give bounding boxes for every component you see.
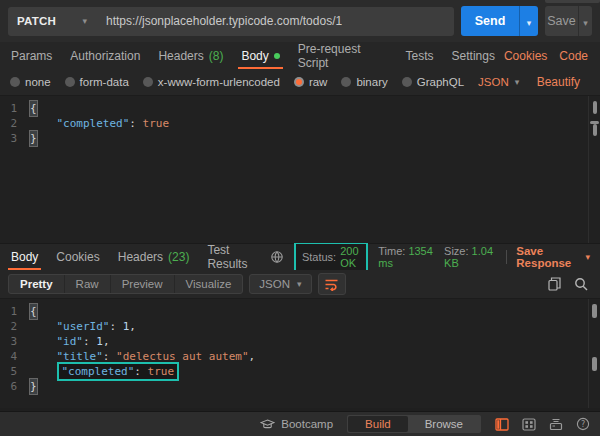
code-token: : bbox=[134, 365, 147, 378]
tab-authorization[interactable]: Authorization bbox=[61, 42, 149, 69]
tab-tests[interactable]: Tests bbox=[397, 42, 443, 69]
tab-label: Pre-request Script bbox=[298, 42, 388, 70]
view-preview[interactable]: Preview bbox=[111, 275, 175, 293]
response-tab-cookies[interactable]: Cookies bbox=[47, 244, 108, 270]
two-pane-layout-icon[interactable] bbox=[495, 418, 509, 431]
response-toolbar: Pretty Raw Preview Visualize JSON▾ bbox=[0, 270, 600, 298]
headers-count-badge: (23) bbox=[168, 250, 189, 264]
radio-graphql[interactable]: GraphQL bbox=[402, 76, 464, 88]
request-code: 1{ 2 "completed": true 3} bbox=[0, 96, 600, 146]
code-line: 3} bbox=[0, 131, 600, 146]
tab-body[interactable]: Body bbox=[232, 42, 288, 69]
cookies-link[interactable]: Cookies bbox=[504, 49, 547, 63]
tab-label: Cookies bbox=[56, 250, 99, 264]
radio-label: GraphQL bbox=[417, 76, 464, 88]
network-icon[interactable] bbox=[270, 250, 284, 264]
view-pretty[interactable]: Pretty bbox=[9, 275, 65, 293]
console-icon[interactable] bbox=[549, 418, 563, 431]
tab-settings[interactable]: Settings bbox=[443, 42, 504, 69]
editor-scrollbar[interactable] bbox=[588, 299, 600, 408]
code-token: "completed" bbox=[62, 365, 135, 378]
format-label: JSON bbox=[478, 76, 509, 88]
view-mode-segmented-control: Pretty Raw Preview Visualize bbox=[8, 274, 243, 294]
completed-highlight-box: "completed": true bbox=[57, 362, 180, 381]
divider bbox=[506, 250, 507, 264]
editor-scrollbar[interactable] bbox=[588, 96, 600, 243]
status-label: Status: bbox=[302, 251, 336, 263]
line-number: 4 bbox=[0, 349, 30, 364]
radio-binary[interactable]: binary bbox=[341, 76, 387, 88]
radio-x-www-form-urlencoded[interactable]: x-www-form-urlencoded bbox=[143, 76, 280, 88]
time-meta: Time: 1354 ms bbox=[378, 245, 434, 269]
scrollbar-thumb[interactable] bbox=[592, 304, 597, 318]
save-button[interactable]: Save bbox=[545, 6, 578, 36]
radio-circle-icon bbox=[65, 77, 75, 87]
save-response-button[interactable]: Save Response▾ bbox=[516, 245, 590, 269]
radio-circle-icon bbox=[10, 77, 20, 87]
tab-pre-request-script[interactable]: Pre-request Script bbox=[289, 42, 397, 69]
code-token: } bbox=[30, 131, 37, 146]
browse-toggle-button[interactable]: Browse bbox=[408, 416, 480, 432]
grid-view-icon[interactable] bbox=[522, 418, 536, 431]
radio-label: x-www-form-urlencoded bbox=[158, 76, 280, 88]
radio-raw[interactable]: raw bbox=[294, 76, 328, 88]
tab-label: Tests bbox=[406, 49, 434, 63]
build-toggle-button[interactable]: Build bbox=[348, 416, 408, 432]
send-button-group: Send ▾ bbox=[461, 6, 538, 36]
tab-params[interactable]: Params bbox=[2, 42, 61, 69]
copy-icon[interactable] bbox=[548, 277, 561, 291]
body-format-dropdown[interactable]: JSON▾ bbox=[478, 76, 519, 88]
status-value: 200 OK bbox=[340, 245, 360, 269]
code-token: true bbox=[148, 365, 175, 378]
response-tab-headers[interactable]: Headers(23) bbox=[109, 244, 199, 270]
radio-selected-icon bbox=[294, 77, 304, 87]
build-browse-toggle: Build Browse bbox=[347, 415, 481, 433]
code-token: "id" bbox=[57, 334, 84, 349]
line-number: 5 bbox=[0, 364, 30, 379]
code-token: , bbox=[249, 349, 256, 364]
code-token: true bbox=[143, 116, 170, 131]
request-body-editor[interactable]: 1{ 2 "completed": true 3} bbox=[0, 95, 600, 243]
response-body-editor[interactable]: 1{ 2 "userId": 1, 3 "id": 1, 4 "title": … bbox=[0, 298, 600, 408]
code-line: 2 "userId": 1, bbox=[0, 319, 600, 334]
code-token: : bbox=[83, 334, 96, 349]
method-select[interactable]: PATCH ▾ bbox=[8, 15, 96, 27]
radio-form-data[interactable]: form-data bbox=[65, 76, 129, 88]
line-number: 3 bbox=[0, 131, 30, 146]
send-button[interactable]: Send bbox=[461, 6, 519, 36]
url-input[interactable]: https://jsonplaceholder.typicode.com/tod… bbox=[96, 14, 342, 28]
response-tab-test-results[interactable]: Test Results bbox=[198, 244, 269, 270]
graduation-cap-icon bbox=[260, 419, 275, 430]
request-tabs: Params Authorization Headers(8) Body Pre… bbox=[0, 42, 600, 69]
help-icon[interactable]: ? bbox=[576, 417, 590, 431]
beautify-link[interactable]: Beautify bbox=[537, 75, 590, 89]
response-tab-body[interactable]: Body bbox=[2, 244, 47, 270]
code-line: 3 "id": 1, bbox=[0, 334, 600, 349]
code-token: : bbox=[129, 116, 142, 131]
tab-headers[interactable]: Headers(8) bbox=[149, 42, 232, 69]
view-raw[interactable]: Raw bbox=[65, 275, 111, 293]
svg-text:?: ? bbox=[581, 420, 585, 429]
line-number: 1 bbox=[0, 101, 30, 116]
body-has-content-dot bbox=[274, 53, 280, 59]
response-code: 1{ 2 "userId": 1, 3 "id": 1, 4 "title": … bbox=[0, 299, 600, 394]
send-dropdown-button[interactable]: ▾ bbox=[519, 6, 538, 36]
status-highlight-box: Status: 200 OK bbox=[294, 242, 368, 272]
save-button-group: Save ▾ bbox=[545, 6, 592, 36]
chevron-down-icon: ▾ bbox=[515, 77, 520, 87]
code-token: 1 bbox=[96, 334, 103, 349]
save-dropdown-button[interactable]: ▾ bbox=[578, 6, 592, 36]
code-link[interactable]: Code bbox=[559, 49, 588, 63]
view-visualize[interactable]: Visualize bbox=[175, 275, 243, 293]
radio-none[interactable]: none bbox=[10, 76, 51, 88]
wrap-text-button[interactable] bbox=[318, 273, 346, 295]
response-format-dropdown[interactable]: JSON▾ bbox=[249, 274, 311, 294]
bootcamp-button[interactable]: Bootcamp bbox=[260, 418, 333, 430]
cutoff-ui-element bbox=[545, 0, 600, 3]
scrollbar-thumb[interactable] bbox=[593, 101, 597, 114]
radio-circle-icon bbox=[143, 77, 153, 87]
search-icon[interactable] bbox=[574, 277, 588, 291]
tab-label: Headers bbox=[158, 49, 203, 63]
headers-count-badge: (8) bbox=[209, 49, 224, 63]
line-number: 1 bbox=[0, 304, 30, 319]
